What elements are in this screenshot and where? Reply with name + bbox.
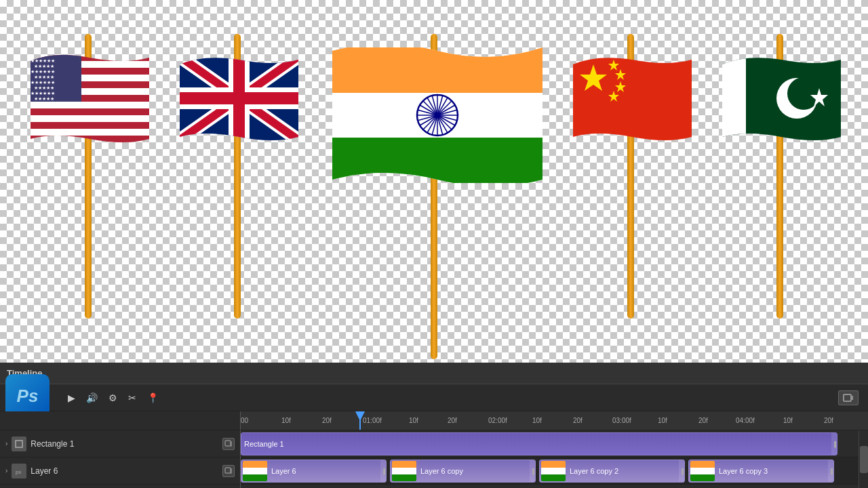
svg-text:px: px (16, 469, 21, 475)
canvas-area: ★★★★★★ ★★★★★ ★★★★★★ ★★★★★ ★★★★★★ ★★★★★ ★… (0, 0, 868, 363)
svg-text:★★★★★★: ★★★★★★ (31, 69, 55, 74)
layer-icon-rectangle1 (12, 436, 26, 451)
timeline-controls: Ps ▶ 🔊 ⚙ ✂ 📍 (0, 384, 868, 411)
clip-end-handle-rect1[interactable]: ▐ (831, 433, 837, 455)
svg-text:★★★★★: ★★★★★ (34, 96, 54, 101)
keyframe-btn-layer6[interactable] (222, 465, 235, 477)
usa-flag-svg: ★★★★★★ ★★★★★ ★★★★★★ ★★★★★ ★★★★★★ ★★★★★ ★… (27, 54, 153, 142)
settings-button[interactable]: ⚙ (106, 391, 120, 405)
clip-thumb-layer6-copy (392, 461, 416, 481)
timeline-ruler: 00 10f 20f 01:00f 10f 20f 02:00f 10f 20f… (0, 411, 868, 430)
volume-button[interactable]: 🔊 (83, 391, 100, 405)
svg-rect-60 (225, 468, 231, 473)
svg-rect-55 (16, 441, 22, 447)
right-scrollbar (859, 430, 868, 488)
ruler-mark-00: 00 (241, 417, 248, 424)
ruler-mark-10f-4: 10f (658, 417, 667, 424)
clip-end-handle-layer6[interactable]: ▐ (380, 460, 386, 482)
clip-layer6-copy-label: Layer 6 copy (418, 467, 530, 475)
ruler-mark-10f: 10f (281, 417, 291, 424)
clip-layer6-copy3-label: Layer 6 copy 3 (716, 467, 828, 475)
ruler-mark-04: 04:00f (736, 417, 755, 424)
ruler-mark-03: 03:00f (612, 417, 631, 424)
flag-india (319, 34, 549, 346)
ruler-mark-20f: 20f (322, 417, 332, 424)
svg-rect-5 (27, 115, 153, 122)
svg-rect-42 (570, 54, 695, 142)
timeline-header: Timeline (0, 363, 868, 384)
india-flag-svg (329, 47, 546, 183)
ruler-track: 00 10f 20f 01:00f 10f 20f 02:00f 10f 20f… (241, 411, 859, 430)
keyframe-rect-btn[interactable] (838, 390, 859, 405)
clip-layer6-copy2[interactable]: Layer 6 copy 2 ▐ (539, 460, 685, 483)
svg-text:★★★★★★: ★★★★★★ (31, 58, 55, 63)
clip-thumb-layer6-copy2 (541, 461, 566, 481)
ps-logo-text: Ps (17, 386, 39, 407)
clip-layer6[interactable]: Layer 6 ▐ (241, 460, 387, 483)
timeline-track-area: Rectangle 1 ▐ Layer 6 ▐ Layer 6 (241, 430, 859, 488)
ruler-mark-20f-3: 20f (573, 417, 583, 424)
scissors-button[interactable]: ✂ (125, 391, 139, 405)
layer-expand-rectangle1[interactable]: › (5, 440, 7, 447)
ruler-mark-20f-5: 20f (824, 417, 833, 424)
marker-button[interactable]: 📍 (144, 391, 161, 405)
play-button[interactable]: ▶ (65, 391, 78, 405)
flag-china (563, 34, 698, 319)
clip-end-handle-layer6-copy[interactable]: ▐ (530, 460, 535, 482)
layer-expand-layer6[interactable]: › (5, 467, 7, 474)
svg-rect-4 (27, 102, 153, 108)
clip-thumb-layer6-copy3 (690, 461, 715, 481)
pakistan-flag-svg (719, 54, 844, 142)
scroll-thumb[interactable] (860, 446, 868, 473)
keyframe-btn-rectangle1[interactable] (222, 438, 235, 450)
layer-name-layer6: Layer 6 (31, 466, 218, 476)
clip-layer6-copy[interactable]: Layer 6 copy ▐ (390, 460, 536, 483)
clip-rectangle1[interactable]: Rectangle 1 ▐ (241, 432, 837, 455)
ruler-mark-10f-5: 10f (783, 417, 793, 424)
flag-usa: ★★★★★★ ★★★★★ ★★★★★★ ★★★★★ ★★★★★★ ★★★★★ ★… (20, 34, 156, 319)
playhead[interactable] (359, 411, 361, 430)
ruler-mark-10f-2: 10f (409, 417, 418, 424)
ruler-mark-02: 02:00f (488, 417, 507, 424)
svg-rect-6 (27, 129, 153, 136)
svg-text:★★★★★: ★★★★★ (34, 75, 54, 79)
clip-thumb-layer6 (243, 461, 267, 481)
track-layer6: Layer 6 ▐ Layer 6 copy ▐ Layer 6 copy 2 … (241, 458, 859, 485)
layer-name-rectangle1: Rectangle 1 (31, 439, 218, 449)
ruler-spacer (0, 411, 241, 430)
svg-rect-24 (176, 92, 302, 104)
timeline: Timeline Ps ▶ 🔊 ⚙ ✂ 📍 00 10f (0, 363, 868, 488)
clip-end-handle-layer6-copy2[interactable]: ▐ (679, 460, 684, 482)
svg-rect-56 (225, 441, 231, 446)
svg-rect-49 (719, 54, 746, 142)
tracks-container: › Rectangle 1 › px Layer 6 (0, 430, 868, 488)
clip-rectangle1-label: Rectangle 1 (241, 440, 831, 448)
clip-layer6-copy3[interactable]: Layer 6 copy 3 ▐ (688, 460, 834, 483)
svg-rect-27 (329, 138, 546, 183)
ruler-mark-20f-2: 20f (448, 417, 457, 424)
china-flag-svg (570, 54, 695, 142)
flags-container: ★★★★★★ ★★★★★ ★★★★★★ ★★★★★ ★★★★★★ ★★★★★ ★… (0, 34, 868, 346)
clip-layer6-label: Layer 6 (269, 467, 380, 475)
track-rectangle1: Rectangle 1 ▐ (241, 430, 859, 458)
layer-icon-layer6: px (12, 464, 26, 479)
svg-rect-53 (844, 394, 851, 401)
svg-text:★★★★★: ★★★★★ (34, 64, 54, 68)
svg-text:★★★★★: ★★★★★ (34, 85, 54, 90)
ruler-mark-10f-3: 10f (532, 417, 542, 424)
clip-end-handle-layer6-copy3[interactable]: ▐ (828, 460, 833, 482)
svg-rect-26 (329, 47, 546, 93)
ruler-mark-01: 01:00f (363, 417, 382, 424)
svg-text:★★★★★★: ★★★★★★ (31, 91, 55, 96)
layer-row-rectangle1: › Rectangle 1 (0, 430, 240, 458)
flag-pakistan (712, 34, 848, 319)
flag-uk (170, 34, 305, 319)
layer-row-layer6: › px Layer 6 (0, 458, 240, 485)
svg-text:★★★★★★: ★★★★★★ (31, 80, 55, 85)
clip-layer6-copy2-label: Layer 6 copy 2 (567, 467, 679, 475)
timeline-left-panel: › Rectangle 1 › px Layer 6 (0, 430, 241, 488)
uk-flag-svg (176, 54, 302, 142)
ruler-mark-20f-4: 20f (698, 417, 708, 424)
